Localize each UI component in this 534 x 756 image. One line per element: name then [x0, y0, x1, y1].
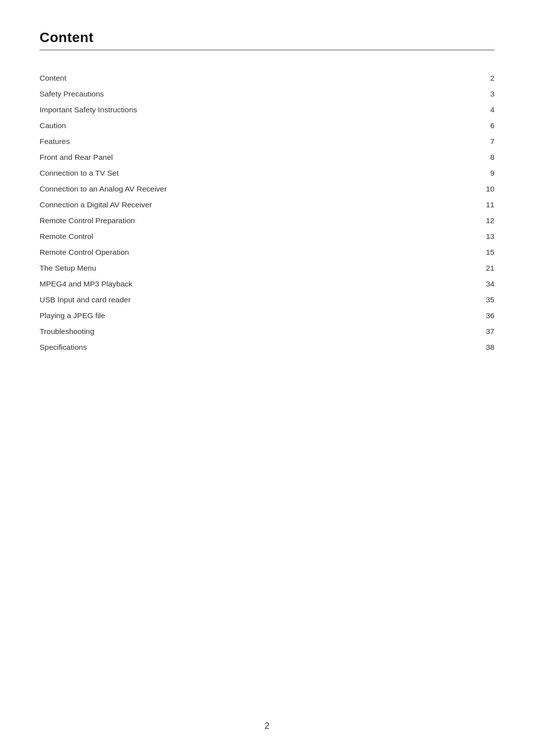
- toc-row: MPEG4 and MP3 Playback34: [40, 276, 494, 292]
- toc-item-page: 8: [480, 153, 494, 162]
- toc-item-label: Safety Precautions: [40, 90, 480, 98]
- toc-item-page: 37: [480, 327, 494, 336]
- toc-item-page: 2: [480, 74, 494, 83]
- toc-row: Caution6: [40, 118, 494, 134]
- toc-item-label: Caution: [40, 121, 480, 130]
- toc-container: Content2Safety Precautions3Important Saf…: [40, 70, 494, 355]
- toc-row: Safety Precautions3: [40, 86, 494, 102]
- toc-item-label: Connection a Digital AV Receiver: [40, 200, 480, 209]
- toc-row: Remote Control Preparation12: [40, 213, 494, 229]
- toc-row: Remote Control Operation15: [40, 244, 494, 260]
- toc-item-page: 9: [480, 169, 494, 178]
- toc-row: Connection a Digital AV Receiver11: [40, 197, 494, 213]
- toc-item-label: Remote Control Preparation: [40, 216, 480, 225]
- toc-row: Playing a JPEG file36: [40, 308, 494, 324]
- toc-item-label: Specifications: [40, 343, 480, 352]
- toc-item-page: 3: [480, 90, 494, 98]
- toc-row: Specifications38: [40, 339, 494, 355]
- toc-item-page: 34: [480, 280, 494, 288]
- toc-item-label: Connection to a TV Set: [40, 169, 480, 178]
- page: Content Content2Safety Precautions3Impor…: [0, 0, 534, 756]
- toc-item-page: 15: [480, 248, 494, 257]
- toc-row: Important Safety Instructions4: [40, 102, 494, 118]
- toc-item-page: 11: [480, 200, 494, 209]
- toc-item-label: USB Input and card reader: [40, 295, 480, 304]
- toc-row: Front and Rear Panel8: [40, 149, 494, 165]
- toc-item-label: MPEG4 and MP3 Playback: [40, 280, 480, 288]
- toc-item-label: Connection to an Analog AV Receiver: [40, 185, 480, 193]
- toc-item-label: Important Safety Instructions: [40, 105, 480, 114]
- toc-item-label: Features: [40, 137, 480, 146]
- toc-item-page: 38: [480, 343, 494, 352]
- toc-row: The Setup Menu21: [40, 260, 494, 276]
- toc-item-label: Remote Control Operation: [40, 248, 480, 257]
- toc-item-page: 13: [480, 232, 494, 241]
- toc-row: Connection to an Analog AV Receiver10: [40, 181, 494, 197]
- toc-item-label: Remote Control: [40, 232, 480, 241]
- toc-item-page: 35: [480, 295, 494, 304]
- toc-item-label: Troubleshooting: [40, 327, 480, 336]
- toc-row: Troubleshooting37: [40, 324, 494, 339]
- page-header: Content: [40, 30, 494, 50]
- toc-item-label: The Setup Menu: [40, 264, 480, 273]
- toc-item-label: Content: [40, 74, 480, 83]
- toc-item-page: 21: [480, 264, 494, 273]
- toc-item-page: 6: [480, 121, 494, 130]
- toc-row: USB Input and card reader35: [40, 292, 494, 308]
- page-title: Content: [40, 30, 93, 45]
- toc-item-page: 7: [480, 137, 494, 146]
- toc-row: Remote Control13: [40, 229, 494, 244]
- page-number: 2: [265, 721, 269, 731]
- toc-row: Content2: [40, 70, 494, 86]
- toc-item-label: Playing a JPEG file: [40, 311, 480, 320]
- toc-row: Features7: [40, 134, 494, 149]
- toc-item-page: 10: [480, 185, 494, 193]
- toc-item-page: 12: [480, 216, 494, 225]
- toc-row: Connection to a TV Set9: [40, 165, 494, 181]
- toc-item-label: Front and Rear Panel: [40, 153, 480, 162]
- toc-item-page: 4: [480, 105, 494, 114]
- toc-item-page: 36: [480, 311, 494, 320]
